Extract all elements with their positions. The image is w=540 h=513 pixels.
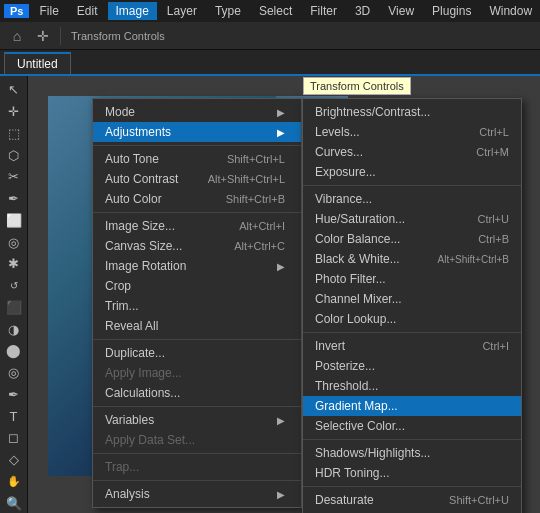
menu-sep-1	[93, 145, 301, 146]
adj-desaturate[interactable]: Desaturate Shift+Ctrl+U	[303, 490, 521, 510]
menu-sep-4	[93, 406, 301, 407]
tool-hand[interactable]: ✋	[3, 472, 25, 492]
tool-shape[interactable]: ◇	[3, 450, 25, 470]
adj-color-balance[interactable]: Color Balance... Ctrl+B	[303, 229, 521, 249]
home-button[interactable]: ⌂	[6, 25, 28, 47]
auto-color-label: Auto Color	[105, 192, 206, 206]
adj-hdr-toning[interactable]: HDR Toning...	[303, 463, 521, 483]
tool-brush[interactable]: ◎	[3, 232, 25, 252]
tool-blur[interactable]: ⬤	[3, 341, 25, 361]
ps-logo[interactable]: Ps	[4, 4, 29, 18]
apply-image-label: Apply Image...	[105, 366, 285, 380]
menu-item-auto-color[interactable]: Auto Color Shift+Ctrl+B	[93, 189, 301, 209]
image-rotation-label: Image Rotation	[105, 259, 277, 273]
adj-invert[interactable]: Invert Ctrl+I	[303, 336, 521, 356]
tool-path[interactable]: ◻	[3, 428, 25, 448]
move-tool-button[interactable]: ✛	[32, 25, 54, 47]
toolbar-row: ⌂ ✛ Transform Controls	[0, 22, 540, 50]
adj-black-white[interactable]: Black & White... Alt+Shift+Ctrl+B	[303, 249, 521, 269]
adjustments-label: Adjustments	[105, 125, 277, 139]
menu-item-image-rotation[interactable]: Image Rotation ▶	[93, 256, 301, 276]
adj-channel-mixer[interactable]: Channel Mixer...	[303, 289, 521, 309]
image-rotation-arrow: ▶	[277, 261, 285, 272]
adj-shadows-highlights[interactable]: Shadows/Highlights...	[303, 443, 521, 463]
hue-saturation-shortcut: Ctrl+U	[478, 213, 509, 225]
adj-selective-color[interactable]: Selective Color...	[303, 416, 521, 436]
tool-text[interactable]: T	[3, 406, 25, 426]
menu-item-canvas-size[interactable]: Canvas Size... Alt+Ctrl+C	[93, 236, 301, 256]
tool-pen[interactable]: ✒	[3, 385, 25, 405]
menu-item-image-size[interactable]: Image Size... Alt+Ctrl+I	[93, 216, 301, 236]
adj-sep-1	[303, 185, 521, 186]
menu-item-analysis[interactable]: Analysis ▶	[93, 484, 301, 504]
menu-item-duplicate[interactable]: Duplicate...	[93, 343, 301, 363]
adj-curves[interactable]: Curves... Ctrl+M	[303, 142, 521, 162]
tool-healing[interactable]: ⬜	[3, 211, 25, 231]
menu-layer[interactable]: Layer	[159, 2, 205, 20]
menu-view[interactable]: View	[380, 2, 422, 20]
tool-stamp[interactable]: ✱	[3, 254, 25, 274]
tool-dodge[interactable]: ◎	[3, 363, 25, 383]
adj-photo-filter[interactable]: Photo Filter...	[303, 269, 521, 289]
tool-history[interactable]: ↺	[3, 276, 25, 296]
duplicate-label: Duplicate...	[105, 346, 285, 360]
adj-brightness-contrast[interactable]: Brightness/Contrast...	[303, 102, 521, 122]
menu-item-auto-contrast[interactable]: Auto Contrast Alt+Shift+Ctrl+L	[93, 169, 301, 189]
auto-color-shortcut: Shift+Ctrl+B	[226, 193, 285, 205]
menu-select[interactable]: Select	[251, 2, 300, 20]
brightness-contrast-label: Brightness/Contrast...	[315, 105, 509, 119]
photo-filter-label: Photo Filter...	[315, 272, 509, 286]
tool-zoom[interactable]: 🔍	[3, 493, 25, 513]
color-balance-label: Color Balance...	[315, 232, 458, 246]
menu-item-calculations[interactable]: Calculations...	[93, 383, 301, 403]
adj-gradient-map[interactable]: Gradient Map...	[303, 396, 521, 416]
tool-eyedropper[interactable]: ✒	[3, 189, 25, 209]
hdr-toning-label: HDR Toning...	[315, 466, 509, 480]
menu-edit[interactable]: Edit	[69, 2, 106, 20]
desaturate-label: Desaturate	[315, 493, 429, 507]
tool-crop[interactable]: ✂	[3, 167, 25, 187]
black-white-shortcut: Alt+Shift+Ctrl+B	[438, 254, 509, 265]
tool-lasso[interactable]: ⬡	[3, 145, 25, 165]
menu-item-auto-tone[interactable]: Auto Tone Shift+Ctrl+L	[93, 149, 301, 169]
channel-mixer-label: Channel Mixer...	[315, 292, 509, 306]
tool-artboard[interactable]: ✛	[3, 102, 25, 122]
auto-tone-shortcut: Shift+Ctrl+L	[227, 153, 285, 165]
menu-sep-5	[93, 453, 301, 454]
adj-exposure[interactable]: Exposure...	[303, 162, 521, 182]
menu-item-adjustments[interactable]: Adjustments ▶	[93, 122, 301, 142]
mode-arrow: ▶	[277, 107, 285, 118]
menu-item-variables[interactable]: Variables ▶	[93, 410, 301, 430]
toolbar-separator	[60, 27, 61, 45]
levels-label: Levels...	[315, 125, 459, 139]
tool-gradient[interactable]: ◑	[3, 319, 25, 339]
document-tab[interactable]: Untitled	[4, 52, 71, 74]
menu-item-mode[interactable]: Mode ▶	[93, 102, 301, 122]
menu-file[interactable]: File	[31, 2, 66, 20]
crop-label: Crop	[105, 279, 285, 293]
menu-window[interactable]: Window	[481, 2, 540, 20]
menu-3d[interactable]: 3D	[347, 2, 378, 20]
hue-saturation-label: Hue/Saturation...	[315, 212, 458, 226]
menu-item-crop[interactable]: Crop	[93, 276, 301, 296]
menu-type[interactable]: Type	[207, 2, 249, 20]
tool-eraser[interactable]: ⬛	[3, 298, 25, 318]
tool-move[interactable]: ↖	[3, 80, 25, 100]
adj-threshold[interactable]: Threshold...	[303, 376, 521, 396]
menu-image[interactable]: Image	[108, 2, 157, 20]
adj-levels[interactable]: Levels... Ctrl+L	[303, 122, 521, 142]
tool-marquee[interactable]: ⬚	[3, 124, 25, 144]
adj-vibrance[interactable]: Vibrance...	[303, 189, 521, 209]
menu-filter[interactable]: Filter	[302, 2, 345, 20]
menu-item-apply-image: Apply Image...	[93, 363, 301, 383]
menu-item-trim[interactable]: Trim...	[93, 296, 301, 316]
shadows-highlights-label: Shadows/Highlights...	[315, 446, 509, 460]
adj-color-lookup[interactable]: Color Lookup...	[303, 309, 521, 329]
menu-item-reveal-all[interactable]: Reveal All	[93, 316, 301, 336]
invert-shortcut: Ctrl+I	[482, 340, 509, 352]
canvas-size-label: Canvas Size...	[105, 239, 214, 253]
menu-plugins[interactable]: Plugins	[424, 2, 479, 20]
analysis-arrow: ▶	[277, 489, 285, 500]
adj-hue-saturation[interactable]: Hue/Saturation... Ctrl+U	[303, 209, 521, 229]
adj-posterize[interactable]: Posterize...	[303, 356, 521, 376]
